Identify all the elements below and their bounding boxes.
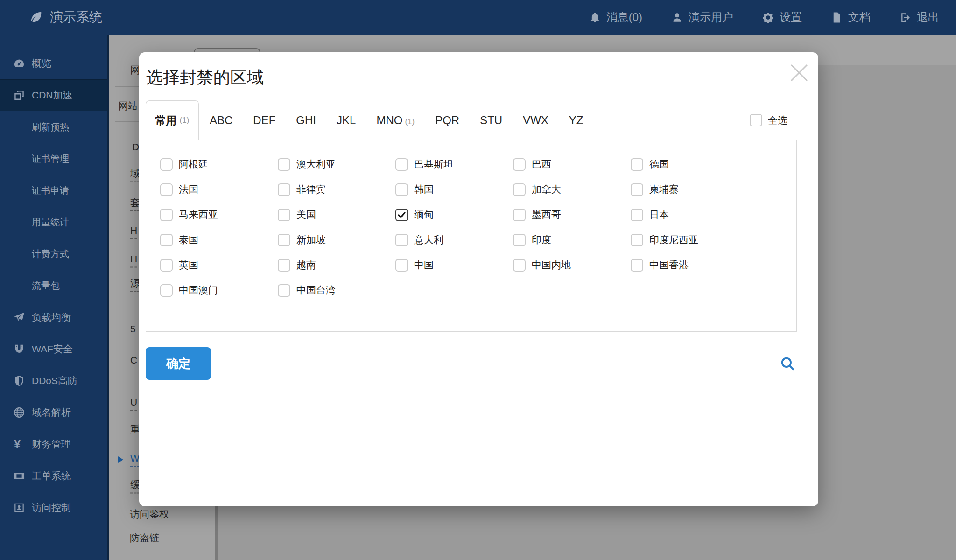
checkbox-icon[interactable] <box>513 183 526 196</box>
region-option[interactable]: 中国香港 <box>631 259 748 272</box>
tab-jkl[interactable]: JKL <box>337 114 356 127</box>
checkbox-icon[interactable] <box>278 158 290 171</box>
tab-def[interactable]: DEF <box>253 114 275 127</box>
tab-ghi[interactable]: GHI <box>296 114 316 127</box>
checkbox-icon[interactable] <box>513 234 526 246</box>
region-option[interactable]: 菲律宾 <box>278 183 395 196</box>
sidebar-item[interactable]: 概览 <box>0 48 107 79</box>
top-nav: 消息(0)演示用户设置文档退出 <box>589 10 939 25</box>
checkbox-icon[interactable] <box>278 259 290 272</box>
topnav-item[interactable]: 消息(0) <box>589 10 642 25</box>
checkbox-icon[interactable] <box>513 158 526 171</box>
region-name: 日本 <box>649 208 669 221</box>
tab-mno[interactable]: MNO(1) <box>376 114 415 127</box>
region-option[interactable]: 巴西 <box>513 158 631 171</box>
checkbox-icon[interactable] <box>513 209 526 221</box>
sidebar-item[interactable]: 证书申请 <box>0 175 107 206</box>
sidebar-item[interactable]: 流量包 <box>0 270 107 301</box>
region-option[interactable]: 中国台湾 <box>278 284 395 297</box>
region-option[interactable]: 意大利 <box>395 233 513 246</box>
checkbox-icon[interactable] <box>160 234 173 246</box>
region-option[interactable]: 中国澳门 <box>160 284 278 297</box>
sidebar-item[interactable]: ¥财务管理 <box>0 428 107 460</box>
select-all[interactable]: 全选 <box>750 100 787 140</box>
close-icon[interactable] <box>788 62 810 84</box>
sidebar-item[interactable]: 证书管理 <box>0 143 107 175</box>
region-option[interactable]: 法国 <box>160 183 278 196</box>
checkbox-icon[interactable] <box>631 234 643 246</box>
sidebar-item[interactable]: 用量统计 <box>0 206 107 238</box>
checkbox-icon[interactable] <box>631 183 643 196</box>
sidebar-item[interactable]: 访问控制 <box>0 492 107 524</box>
checkbox-icon[interactable] <box>631 158 643 171</box>
confirm-button[interactable]: 确定 <box>146 347 211 380</box>
checkbox-checked-icon[interactable] <box>395 209 408 221</box>
region-option[interactable]: 韩国 <box>395 183 513 196</box>
region-option[interactable]: 德国 <box>631 158 748 171</box>
sidebar-item[interactable]: 计费方式 <box>0 238 107 270</box>
region-option[interactable]: 加拿大 <box>513 183 631 196</box>
leaf-icon <box>29 10 43 24</box>
checkbox-icon[interactable] <box>160 284 173 297</box>
region-option[interactable]: 马来西亚 <box>160 208 278 221</box>
region-option[interactable]: 越南 <box>278 259 395 272</box>
checkbox-icon[interactable] <box>278 183 290 196</box>
region-option[interactable]: 缅甸 <box>395 208 513 221</box>
region-option[interactable]: 中国 <box>395 259 513 272</box>
sidebar-item[interactable]: WAF安全 <box>0 333 107 365</box>
region-option[interactable]: 印度尼西亚 <box>631 233 748 246</box>
search-icon[interactable] <box>780 356 795 371</box>
sidebar-item[interactable]: 工单系统 <box>0 460 107 492</box>
region-option[interactable]: 阿根廷 <box>160 158 278 171</box>
checkbox-icon[interactable] <box>160 259 173 272</box>
checkbox-icon[interactable] <box>631 209 643 221</box>
sidebar-item[interactable]: CDN加速 <box>0 79 107 111</box>
checkbox-icon[interactable] <box>278 234 290 246</box>
checkbox-icon[interactable] <box>395 183 408 196</box>
topnav-item[interactable]: 文档 <box>831 10 871 25</box>
tab-pqr[interactable]: PQR <box>435 114 459 127</box>
topnav-item[interactable]: 退出 <box>900 10 939 25</box>
checkbox-icon[interactable] <box>513 259 526 272</box>
brand[interactable]: 演示系统 <box>29 8 102 26</box>
topnav-item[interactable]: 演示用户 <box>671 10 733 25</box>
checkbox-icon[interactable] <box>631 259 643 272</box>
region-option[interactable]: 印度 <box>513 233 631 246</box>
tab-stu[interactable]: STU <box>480 114 502 127</box>
region-name: 中国 <box>414 259 434 272</box>
checkbox-icon[interactable] <box>395 234 408 246</box>
checkbox-icon[interactable] <box>395 158 408 171</box>
region-option[interactable]: 澳大利亚 <box>278 158 395 171</box>
checkbox-icon[interactable] <box>160 209 173 221</box>
region-option[interactable]: 泰国 <box>160 233 278 246</box>
region-option[interactable]: 新加坡 <box>278 233 395 246</box>
layers-icon <box>13 89 25 101</box>
select-all-checkbox[interactable] <box>750 114 762 126</box>
region-grid: 阿根廷澳大利亚巴基斯坦巴西德国法国菲律宾韩国加拿大柬埔寨马来西亚美国缅甸墨西哥日… <box>160 152 748 303</box>
tab-changyong[interactable]: 常用 (1) <box>146 100 199 140</box>
region-option[interactable]: 中国内地 <box>513 259 631 272</box>
tab-vwx[interactable]: VWX <box>523 114 548 127</box>
brand-title: 演示系统 <box>50 8 102 26</box>
checkbox-icon[interactable] <box>160 158 173 171</box>
checkbox-icon[interactable] <box>160 183 173 196</box>
region-option[interactable]: 巴基斯坦 <box>395 158 513 171</box>
tab-yz[interactable]: YZ <box>569 114 583 127</box>
region-option[interactable]: 墨西哥 <box>513 208 631 221</box>
checkbox-icon[interactable] <box>278 209 290 221</box>
sidebar-item[interactable]: 刷新预热 <box>0 111 107 143</box>
region-name: 美国 <box>296 208 316 221</box>
region-option[interactable]: 英国 <box>160 259 278 272</box>
region-name: 中国香港 <box>649 259 689 272</box>
checkbox-icon[interactable] <box>278 284 290 297</box>
sidebar-item[interactable]: DDoS高防 <box>0 365 107 397</box>
tab-abc[interactable]: ABC <box>210 114 232 127</box>
region-option[interactable]: 柬埔寨 <box>631 183 748 196</box>
topnav-item[interactable]: 设置 <box>762 10 802 25</box>
region-name: 英国 <box>179 259 198 272</box>
region-option[interactable]: 美国 <box>278 208 395 221</box>
sidebar-item[interactable]: 域名解析 <box>0 397 107 428</box>
region-option[interactable]: 日本 <box>631 208 748 221</box>
checkbox-icon[interactable] <box>395 259 408 272</box>
sidebar-item[interactable]: 负载均衡 <box>0 301 107 333</box>
